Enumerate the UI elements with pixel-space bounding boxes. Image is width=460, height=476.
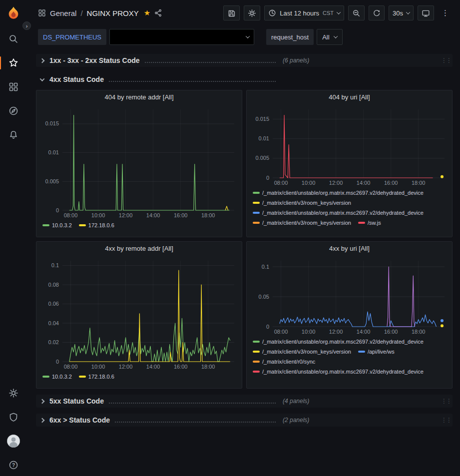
row-5xx[interactable]: 5xx Status Code (4 panels) ⋮⋮ (36, 395, 453, 408)
breadcrumb-section[interactable]: General (50, 9, 76, 17)
legend-item[interactable]: /_matrix/client/unstable/org.matrix.msc2… (253, 188, 424, 198)
legend-series-color (253, 371, 260, 373)
sidebar-item-configuration[interactable] (0, 385, 27, 401)
sidebar-expand-button[interactable]: › (22, 21, 31, 30)
dashboard-settings-button[interactable] (244, 5, 260, 20)
svg-text:0: 0 (55, 359, 58, 365)
svg-text:10:00: 10:00 (91, 364, 105, 370)
legend-series-color (253, 222, 260, 224)
legend-series-label: /sw.js (368, 220, 381, 226)
svg-text:0.015: 0.015 (45, 120, 59, 126)
row-title: 6xx > Status Code (49, 416, 110, 424)
help-icon: ? (8, 460, 18, 470)
legend-item[interactable]: /_matrix/client/v3/room_keys/version (253, 347, 351, 357)
legend-series-label: /_matrix/client/unstable/org.matrix.msc2… (262, 190, 424, 196)
chevron-down-icon (40, 76, 45, 81)
sidebar-item-dashboards[interactable] (0, 79, 27, 95)
sidebar-item-server-admin[interactable] (0, 409, 27, 425)
star-icon (8, 58, 18, 68)
time-range-picker[interactable]: Last 12 hours CST (264, 5, 344, 20)
chevron-right-icon (40, 418, 45, 423)
svg-text:14:00: 14:00 (356, 329, 370, 335)
panel-title[interactable]: 404 by uri [All] (247, 90, 452, 104)
cycle-view-mode-button[interactable] (418, 5, 434, 20)
legend-item[interactable]: /_matrix/client/r0/sync (253, 357, 315, 367)
panel-title[interactable]: 404 by remote addr [All] (36, 90, 242, 104)
grafana-app: › (0, 0, 460, 476)
legend-item[interactable]: /_matrix/client/unstable/org.matrix.msc2… (253, 208, 424, 218)
svg-text:16:00: 16:00 (173, 212, 187, 218)
legend-item[interactable]: /_matrix/client/unstable/org.matrix.msc2… (253, 337, 424, 347)
legend-series-color (253, 212, 260, 214)
timeseries-chart[interactable]: 08:0010:0012:0014:0016:0018:0000.0050.01… (250, 104, 450, 187)
dashboard-content: 1xx - 3xx - 2xx Status Code (6 panels) ⋮… (27, 49, 460, 476)
timeseries-chart[interactable]: 08:0010:0012:0014:0016:0018:0000.0050.01… (39, 104, 239, 219)
sidebar-item-profile[interactable] (0, 433, 27, 449)
breadcrumb: General / NGINX PROXY ★ (38, 8, 162, 17)
row-drag-handle[interactable]: ⋮⋮ (441, 398, 451, 405)
favorite-star-icon[interactable]: ★ (144, 8, 150, 17)
dashboard-title[interactable]: NGINX PROXY (87, 9, 139, 17)
panel-title[interactable]: 4xx by remote addr [All] (36, 242, 242, 256)
request-host-select[interactable]: All (317, 29, 342, 45)
svg-text:16:00: 16:00 (384, 180, 398, 186)
datasource-select[interactable] (109, 29, 254, 45)
legend-item[interactable]: /_matrix/client/v3/room_keys/version (253, 218, 351, 228)
row-1xx-3xx-2xx[interactable]: 1xx - 3xx - 2xx Status Code (6 panels) ⋮… (36, 54, 453, 67)
svg-text:0.005: 0.005 (255, 155, 269, 161)
chevron-right-icon (40, 399, 45, 404)
main-area: General / NGINX PROXY ★ (27, 0, 460, 476)
legend-series-label: 10.0.3.2 (52, 374, 72, 380)
more-options-button[interactable]: ⋮ (438, 5, 452, 20)
grafana-logo-icon[interactable] (6, 4, 21, 23)
sidebar-item-starred[interactable] (0, 55, 27, 71)
row-title: 4xx Status Code (49, 75, 104, 83)
svg-text:0.015: 0.015 (255, 116, 269, 122)
dashboard-toolbar: Last 12 hours CST 30s (223, 5, 452, 20)
variables-bar: DS_PROMETHEUS request_host All (27, 26, 460, 49)
svg-text:0.005: 0.005 (45, 178, 59, 184)
legend-item[interactable]: 10.0.3.2 (42, 220, 72, 230)
refresh-button[interactable] (369, 5, 385, 20)
legend-item[interactable]: /api/live/ws (358, 347, 395, 357)
svg-text:08:00: 08:00 (63, 364, 77, 370)
refresh-interval-select[interactable]: 30s (389, 5, 414, 20)
legend-item[interactable]: 172.18.0.6 (79, 372, 114, 382)
sidebar: › (0, 0, 27, 476)
legend-item[interactable]: 172.18.0.6 (79, 220, 114, 230)
panel-grid: 404 by remote addr [All] 08:0010:0012:00… (36, 90, 453, 389)
legend-item[interactable]: /_matrix/client/v3/room_keys/version (253, 198, 351, 208)
refresh-icon (373, 9, 381, 17)
svg-text:12:00: 12:00 (118, 212, 132, 218)
sidebar-item-explore[interactable] (0, 103, 27, 119)
timeseries-chart[interactable]: 08:0010:0012:0014:0016:0018:0000.020.040… (39, 256, 239, 371)
kebab-icon: ⋮ (442, 8, 449, 17)
save-dashboard-button[interactable] (223, 5, 240, 20)
timeseries-chart[interactable]: 08:0010:0012:0014:0016:0018:0000.050.1 (250, 256, 450, 336)
zoom-out-button[interactable] (348, 5, 365, 20)
top-nav: General / NGINX PROXY ★ (27, 0, 460, 26)
row-4xx[interactable]: 4xx Status Code (36, 73, 453, 86)
row-dotted-leader (145, 62, 276, 63)
sidebar-item-search[interactable] (0, 31, 27, 47)
legend-series-label: 172.18.0.6 (88, 374, 114, 380)
chevron-down-icon (333, 34, 337, 38)
svg-text:0.06: 0.06 (48, 301, 58, 307)
sidebar-item-help[interactable]: ? (0, 457, 27, 473)
legend-item[interactable]: /sw.js (358, 218, 381, 228)
sidebar-bottom-nav: ? (0, 385, 27, 476)
legend-series-label: /_matrix/client/unstable/org.matrix.msc2… (262, 369, 424, 375)
legend-series-color (358, 351, 365, 353)
panel-title[interactable]: 4xx by uri [All] (247, 242, 452, 256)
legend-item[interactable]: /_matrix/client/unstable/org.matrix.msc2… (253, 367, 424, 377)
row-drag-handle[interactable]: ⋮⋮ (441, 417, 451, 424)
legend-series-label: /_matrix/client/v3/room_keys/version (262, 349, 351, 355)
chevron-down-icon (406, 10, 410, 14)
sidebar-item-alerting[interactable] (0, 127, 27, 143)
share-icon[interactable] (154, 9, 162, 17)
row-6xx[interactable]: 6xx > Status Code (2 panels) ⋮⋮ (36, 414, 453, 427)
time-range-label: Last 12 hours (280, 9, 319, 17)
legend-item[interactable]: 10.0.3.2 (42, 372, 72, 382)
gear-icon (248, 9, 256, 17)
row-drag-handle[interactable]: ⋮⋮ (441, 57, 451, 64)
